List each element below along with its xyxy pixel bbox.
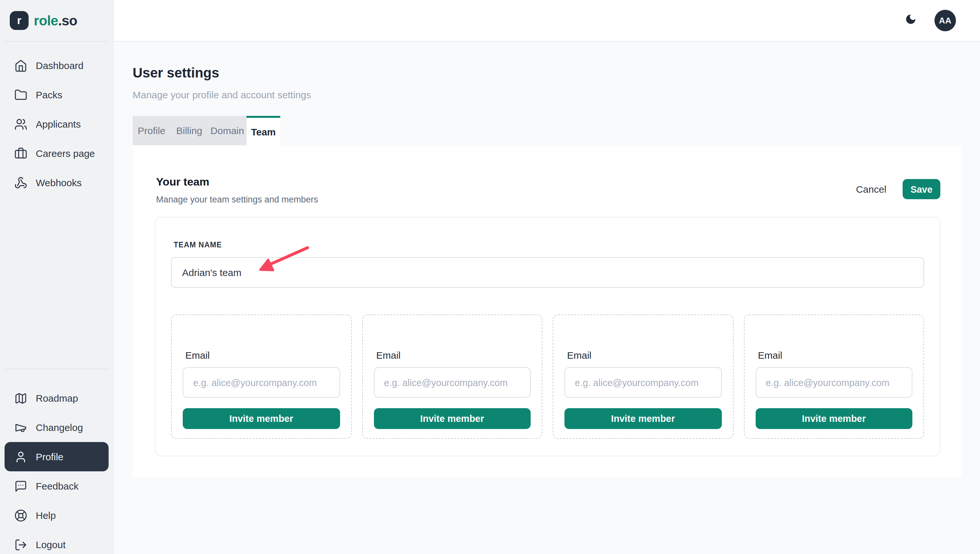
team-card-actions: Cancel Save xyxy=(856,179,940,199)
team-card-header: Your team Manage your team settings and … xyxy=(133,146,962,204)
team-name-label: TEAM NAME xyxy=(173,241,924,249)
invite-member-card-1: Email Invite member xyxy=(171,315,352,439)
tab-domain[interactable]: Domain xyxy=(208,116,247,145)
sidebar-item-label: Roadmap xyxy=(36,393,78,404)
save-button[interactable]: Save xyxy=(903,179,940,199)
page-subtitle: Manage your profile and account settings xyxy=(133,89,980,100)
sidebar: r role.so Dashboard Packs xyxy=(0,0,114,554)
sidebar-item-label: Webhooks xyxy=(36,177,82,188)
sidebar-item-label: Logout xyxy=(36,539,66,550)
tab-profile[interactable]: Profile xyxy=(133,116,170,145)
sidebar-item-changelog[interactable]: Changelog xyxy=(5,413,108,442)
team-name-input[interactable] xyxy=(171,257,924,288)
user-icon xyxy=(14,450,27,463)
email-label: Email xyxy=(567,350,722,361)
webhook-icon xyxy=(14,176,27,189)
sidebar-footer: Roadmap Changelog Profile xyxy=(0,369,113,554)
section-title: Your team xyxy=(156,176,318,189)
sidebar-item-feedback[interactable]: Feedback xyxy=(5,471,108,501)
invite-email-input-4[interactable] xyxy=(755,367,912,398)
invite-members-grid: Email Invite member Email Invite member … xyxy=(171,315,924,439)
brand-logo-icon: r xyxy=(10,11,29,30)
home-icon xyxy=(14,59,27,72)
logout-icon xyxy=(14,538,27,551)
cancel-button[interactable]: Cancel xyxy=(856,184,886,195)
moon-icon xyxy=(904,13,916,28)
avatar-initials: AA xyxy=(939,16,951,26)
sidebar-item-packs[interactable]: Packs xyxy=(5,80,108,109)
brand-logo[interactable]: r role.so xyxy=(0,0,113,41)
top-bar: AA xyxy=(114,0,980,42)
sidebar-item-label: Feedback xyxy=(36,481,79,492)
tab-billing[interactable]: Billing xyxy=(170,116,208,145)
invite-member-button-2[interactable]: Invite member xyxy=(374,408,531,429)
main-area: AA User settings Manage your profile and… xyxy=(114,0,980,554)
megaphone-icon xyxy=(14,421,27,434)
sidebar-main-nav: Dashboard Packs Applicants Careers page xyxy=(0,42,113,197)
sidebar-item-label: Help xyxy=(36,510,56,521)
sidebar-item-label: Dashboard xyxy=(36,60,84,71)
tab-team[interactable]: Team xyxy=(247,116,280,145)
brand-name-suffix: .so xyxy=(58,13,77,28)
folder-icon xyxy=(14,88,27,101)
team-form-box: TEAM NAME Email Invite member Email Invi… xyxy=(155,217,940,457)
sidebar-item-applicants[interactable]: Applicants xyxy=(5,109,108,139)
invite-email-input-3[interactable] xyxy=(565,367,722,398)
sidebar-footer-nav: Roadmap Changelog Profile xyxy=(0,369,113,554)
sidebar-item-help[interactable]: Help xyxy=(5,501,108,530)
team-card-titles: Your team Manage your team settings and … xyxy=(156,176,318,204)
avatar[interactable]: AA xyxy=(934,10,956,31)
invite-member-button-3[interactable]: Invite member xyxy=(565,408,722,429)
settings-page: User settings Manage your profile and ac… xyxy=(114,42,980,478)
sidebar-item-label: Profile xyxy=(36,451,64,462)
invite-member-card-2: Email Invite member xyxy=(362,315,542,439)
life-buoy-icon xyxy=(14,509,27,522)
message-dots-icon xyxy=(14,479,27,492)
invite-email-input-1[interactable] xyxy=(183,367,340,398)
email-label: Email xyxy=(185,350,340,361)
sidebar-item-webhooks[interactable]: Webhooks xyxy=(5,168,108,197)
invite-member-button-4[interactable]: Invite member xyxy=(755,408,912,429)
sidebar-item-dashboard[interactable]: Dashboard xyxy=(5,51,108,80)
section-subtitle: Manage your team settings and members xyxy=(156,195,318,204)
settings-tabs: Profile Billing Domain Team xyxy=(133,116,980,145)
brand-name: role.so xyxy=(34,13,77,28)
sidebar-item-label: Changelog xyxy=(36,422,83,433)
invite-email-input-2[interactable] xyxy=(374,367,531,398)
invite-member-card-3: Email Invite member xyxy=(553,315,733,439)
map-icon xyxy=(14,391,27,405)
email-label: Email xyxy=(376,350,531,361)
sidebar-item-label: Applicants xyxy=(36,118,81,129)
page-title: User settings xyxy=(133,65,980,81)
brand-name-primary: role xyxy=(34,13,58,28)
sidebar-item-profile[interactable]: Profile xyxy=(5,442,108,471)
sidebar-item-label: Careers page xyxy=(36,148,95,159)
sidebar-item-label: Packs xyxy=(36,89,62,100)
team-settings-card: Your team Manage your team settings and … xyxy=(133,146,962,478)
invite-member-card-4: Email Invite member xyxy=(744,315,924,439)
sidebar-item-careers-page[interactable]: Careers page xyxy=(5,139,108,168)
email-label: Email xyxy=(758,350,912,361)
briefcase-icon xyxy=(14,147,27,160)
invite-member-button-1[interactable]: Invite member xyxy=(183,408,340,429)
sidebar-item-roadmap[interactable]: Roadmap xyxy=(5,383,108,413)
users-icon xyxy=(14,118,27,131)
app-root: r role.so Dashboard Packs xyxy=(0,0,980,554)
sidebar-item-logout[interactable]: Logout xyxy=(5,530,108,554)
brand-logo-letter: r xyxy=(17,14,21,27)
dark-mode-toggle[interactable] xyxy=(903,13,918,28)
